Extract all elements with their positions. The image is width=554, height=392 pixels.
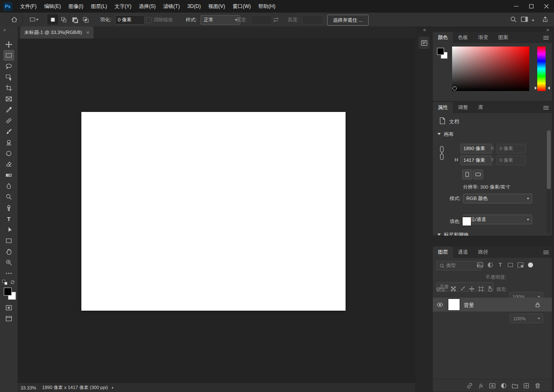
canvas-height-input[interactable]: 1417 像素 [460, 156, 492, 165]
foreground-color-swatch[interactable] [437, 48, 444, 55]
canvas-width-input[interactable]: 1890 像素 [460, 144, 492, 153]
menu-filter[interactable]: 滤镜(T) [159, 0, 183, 13]
canvas-section-label[interactable]: 画布 [444, 131, 454, 138]
tab-color[interactable]: 颜色 [433, 32, 453, 43]
scrollbar[interactable] [547, 130, 551, 234]
frame-tool[interactable] [3, 93, 14, 104]
lock-position-icon[interactable] [468, 286, 475, 292]
close-button[interactable] [539, 0, 554, 13]
new-adjustment-layer-icon[interactable] [500, 382, 507, 389]
home-icon[interactable] [10, 16, 18, 23]
hue-marker-icon[interactable] [535, 86, 538, 90]
document-tab[interactable]: 未标题-1 @ 33.3%(RGB/8) × [20, 26, 94, 39]
status-expand-icon[interactable] [112, 387, 115, 389]
document-canvas[interactable] [81, 112, 346, 311]
zoom-tool[interactable] [3, 257, 14, 268]
filter-smart-objects-icon[interactable] [517, 261, 524, 269]
menu-file[interactable]: 文件(F) [16, 0, 40, 13]
toolbar-expand-icon[interactable]: » [3, 27, 5, 32]
pen-tool[interactable] [3, 202, 14, 213]
layer-row-background[interactable]: 背景 [433, 298, 552, 312]
swap-colors-icon[interactable] [10, 279, 16, 285]
menu-type[interactable]: 文字(Y) [111, 0, 135, 13]
lock-transparency-icon[interactable] [450, 286, 457, 292]
tab-gradients[interactable]: 渐变 [473, 32, 493, 43]
clone-stamp-tool[interactable] [3, 137, 14, 148]
quick-mask-icon[interactable] [5, 304, 13, 312]
scrollbar-thumb[interactable] [547, 130, 551, 189]
hue-marker-icon[interactable] [546, 86, 550, 90]
menu-edit[interactable]: 编辑(E) [40, 0, 65, 13]
select-and-mask-button[interactable]: 选择并遮住 ... [327, 15, 369, 26]
close-tab-icon[interactable]: × [86, 29, 90, 36]
orientation-landscape-button[interactable] [473, 169, 483, 179]
spot-healing-brush-tool[interactable] [3, 115, 14, 126]
rectangular-marquee-tool[interactable] [3, 50, 14, 61]
hue-slider[interactable] [537, 47, 546, 91]
subtract-selection-mode-button[interactable] [69, 14, 80, 25]
foreground-color-swatch[interactable] [4, 288, 12, 296]
add-layer-mask-icon[interactable] [489, 382, 496, 389]
lock-all-icon[interactable] [487, 286, 494, 292]
layer-visibility-eye-icon[interactable] [436, 301, 444, 309]
lock-artboard-icon[interactable] [478, 286, 484, 292]
crop-tool[interactable] [3, 83, 14, 93]
bit-depth-dropdown[interactable]: 8 位/通道 [463, 215, 532, 224]
default-colors-icon[interactable] [2, 280, 8, 286]
blur-tool[interactable] [3, 181, 14, 192]
collapsed-panel-button[interactable] [419, 36, 429, 49]
maximize-button[interactable] [524, 0, 539, 13]
move-tool[interactable] [3, 39, 14, 50]
saturation-brightness-field[interactable] [452, 47, 529, 91]
menu-window[interactable]: 窗口(W) [229, 0, 255, 13]
zoom-level[interactable]: 33.33% [21, 385, 36, 390]
tab-libraries[interactable]: 库 [473, 102, 488, 113]
new-layer-icon[interactable] [523, 382, 530, 389]
lasso-tool[interactable] [3, 61, 14, 72]
hand-tool[interactable] [3, 246, 14, 257]
style-dropdown[interactable]: 正常 [200, 15, 240, 25]
fill-dropdown[interactable]: 100% [510, 314, 543, 323]
history-brush-tool[interactable] [3, 148, 14, 159]
menu-layer[interactable]: 图层(L) [87, 0, 111, 13]
lock-pixels-icon[interactable] [459, 286, 466, 292]
brush-tool[interactable] [3, 126, 14, 137]
menu-3d[interactable]: 3D(D) [184, 0, 205, 13]
section-collapse-icon[interactable] [437, 133, 441, 137]
section-collapse-icon[interactable] [437, 234, 441, 236]
screen-mode-icon[interactable] [5, 315, 13, 322]
tab-adjustments[interactable]: 调整 [453, 102, 473, 113]
rulers-grids-section-label[interactable]: 标尺和网格 [444, 231, 469, 236]
canvas-fill-swatch[interactable] [462, 217, 471, 226]
canvas-pasteboard[interactable] [18, 39, 415, 382]
panel-menu-icon[interactable] [540, 102, 552, 113]
layer-filter-toggle[interactable] [528, 262, 533, 267]
menu-select[interactable]: 选择(S) [135, 0, 159, 13]
layer-effects-icon[interactable]: fx [477, 382, 485, 389]
tab-channels[interactable]: 通道 [453, 247, 473, 258]
gradient-tool[interactable] [3, 170, 14, 181]
minimize-button[interactable] [509, 0, 524, 13]
menu-view[interactable]: 视图(V) [205, 0, 229, 13]
rectangle-tool[interactable] [3, 235, 14, 246]
delete-layer-icon[interactable] [534, 382, 541, 389]
new-selection-mode-button[interactable] [47, 14, 58, 25]
expand-panels-icon[interactable]: « [423, 27, 426, 33]
new-group-icon[interactable] [511, 382, 519, 389]
panel-menu-icon[interactable] [540, 247, 552, 258]
workspace-switcher-icon[interactable] [520, 16, 530, 23]
filter-adjustment-layers-icon[interactable] [486, 261, 494, 269]
layer-thumbnail[interactable] [448, 299, 460, 310]
layer-name[interactable]: 背景 [464, 302, 474, 309]
tab-properties[interactable]: 属性 [433, 102, 453, 113]
path-selection-tool[interactable] [3, 224, 14, 235]
layer-filter-type-dropdown[interactable]: 类型 [436, 261, 482, 270]
link-dimensions-icon[interactable] [439, 145, 445, 162]
feather-input[interactable]: 0 像素 [115, 15, 145, 25]
filter-type-layers-icon[interactable]: T [497, 261, 504, 269]
panel-menu-icon[interactable] [540, 32, 552, 43]
link-layers-icon[interactable] [466, 382, 473, 389]
tab-paths[interactable]: 路径 [473, 247, 493, 258]
eyedropper-tool[interactable] [3, 104, 14, 115]
filter-shape-layers-icon[interactable] [507, 261, 514, 269]
